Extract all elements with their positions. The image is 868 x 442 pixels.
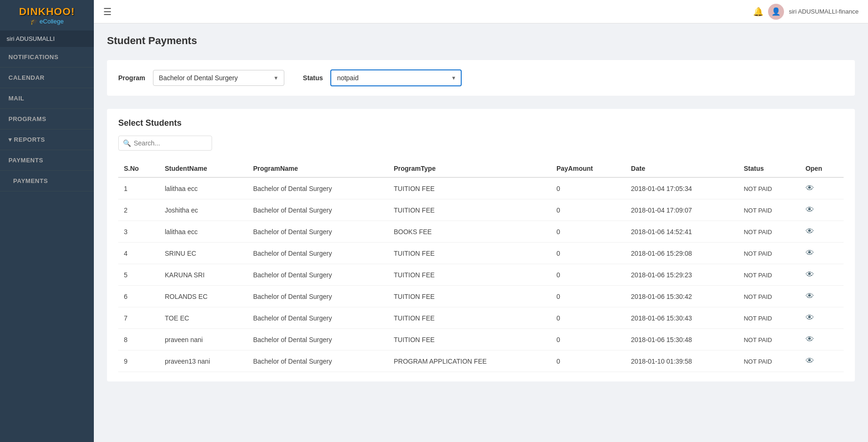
cell-type: BOOKS FEE bbox=[388, 221, 551, 243]
table-body: 1 lalithaa ecc Bachelor of Dental Surger… bbox=[118, 177, 844, 372]
col-status: Status bbox=[738, 160, 799, 177]
cell-student: praveen13 nani bbox=[159, 351, 247, 372]
cell-date: 2018-01-06 15:29:23 bbox=[625, 264, 738, 286]
col-student-name: StudentName bbox=[159, 160, 247, 177]
notification-bell-icon[interactable]: 🔔 bbox=[753, 7, 763, 17]
program-select-wrapper: Bachelor of Dental Surgery Bachelor of M… bbox=[153, 70, 284, 86]
cell-status: NOT PAID bbox=[738, 199, 799, 221]
cell-date: 2018-01-04 17:09:07 bbox=[625, 199, 738, 221]
col-date: Date bbox=[625, 160, 738, 177]
cell-status: NOT PAID bbox=[738, 329, 799, 351]
section-title: Select Students bbox=[118, 118, 844, 128]
cell-amount: 0 bbox=[551, 199, 625, 221]
cell-student: lalithaa ecc bbox=[159, 177, 247, 199]
cell-status: NOT PAID bbox=[738, 351, 799, 372]
search-box: 🔍 bbox=[118, 136, 844, 151]
filter-row: Program Bachelor of Dental Surgery Bache… bbox=[107, 60, 855, 96]
status-select[interactable]: notpaid paid all bbox=[330, 69, 462, 86]
cell-program: Bachelor of Dental Surgery bbox=[247, 264, 388, 286]
cell-amount: 0 bbox=[551, 329, 625, 351]
cell-type: TUITION FEE bbox=[388, 243, 551, 264]
cell-amount: 0 bbox=[551, 264, 625, 286]
sidebar-item-programs[interactable]: PROGRAMS bbox=[0, 109, 94, 130]
cell-sno: 6 bbox=[118, 286, 159, 307]
avatar: 👤 bbox=[768, 4, 784, 20]
cell-status: NOT PAID bbox=[738, 286, 799, 307]
cell-amount: 0 bbox=[551, 243, 625, 264]
table-row: 9 praveen13 nani Bachelor of Dental Surg… bbox=[118, 351, 844, 372]
cell-student: KARUNA SRI bbox=[159, 264, 247, 286]
cell-sno: 5 bbox=[118, 264, 159, 286]
table-header: S.No StudentName ProgramName ProgramType… bbox=[118, 160, 844, 177]
students-section: Select Students 🔍 S.No StudentName Progr… bbox=[107, 109, 855, 381]
cell-program: Bachelor of Dental Surgery bbox=[247, 221, 388, 243]
view-button[interactable]: 👁 bbox=[806, 291, 814, 301]
table-row: 6 ROLANDS EC Bachelor of Dental Surgery … bbox=[118, 286, 844, 307]
cell-sno: 1 bbox=[118, 177, 159, 199]
cell-date: 2018-01-06 15:30:48 bbox=[625, 329, 738, 351]
view-button[interactable]: 👁 bbox=[806, 227, 814, 236]
cell-sno: 3 bbox=[118, 221, 159, 243]
logo-main: DINKHOO! bbox=[19, 6, 75, 18]
status-select-wrapper: notpaid paid all bbox=[330, 69, 462, 86]
cell-open: 👁 bbox=[800, 199, 844, 221]
hamburger-icon[interactable]: ☰ bbox=[103, 6, 112, 17]
cell-type: TUITION FEE bbox=[388, 286, 551, 307]
view-button[interactable]: 👁 bbox=[806, 270, 814, 279]
table-row: 2 Joshitha ec Bachelor of Dental Surgery… bbox=[118, 199, 844, 221]
cell-type: TUITION FEE bbox=[388, 199, 551, 221]
sidebar-logo: DINKHOO! 🎓 eCollege bbox=[0, 0, 94, 30]
cell-open: 👁 bbox=[800, 243, 844, 264]
sidebar-item-notifications[interactable]: NOTIFICATIONS bbox=[0, 47, 94, 68]
cell-amount: 0 bbox=[551, 351, 625, 372]
table-row: 4 SRINU EC Bachelor of Dental Surgery TU… bbox=[118, 243, 844, 264]
col-sno: S.No bbox=[118, 160, 159, 177]
cell-program: Bachelor of Dental Surgery bbox=[247, 177, 388, 199]
sidebar-user: siri ADUSUMALLI bbox=[0, 30, 94, 47]
cell-date: 2018-01-10 01:39:58 bbox=[625, 351, 738, 372]
cell-open: 👁 bbox=[800, 351, 844, 372]
view-button[interactable]: 👁 bbox=[806, 335, 814, 344]
sidebar-item-calendar[interactable]: CALENDAR bbox=[0, 68, 94, 88]
view-button[interactable]: 👁 bbox=[806, 205, 814, 214]
cell-status: NOT PAID bbox=[738, 264, 799, 286]
table-row: 8 praveen nani Bachelor of Dental Surger… bbox=[118, 329, 844, 351]
cell-sno: 7 bbox=[118, 307, 159, 329]
sidebar: DINKHOO! 🎓 eCollege siri ADUSUMALLI NOTI… bbox=[0, 0, 94, 442]
logo-sub: 🎓 eCollege bbox=[30, 18, 63, 25]
cell-student: praveen nani bbox=[159, 329, 247, 351]
sidebar-item-reports[interactable]: ▾ REPORTS bbox=[0, 130, 94, 150]
cell-status: NOT PAID bbox=[738, 221, 799, 243]
search-input[interactable] bbox=[118, 136, 212, 151]
cell-open: 👁 bbox=[800, 307, 844, 329]
students-table: S.No StudentName ProgramName ProgramType… bbox=[118, 160, 844, 372]
cell-student: TOE EC bbox=[159, 307, 247, 329]
sidebar-item-payments2[interactable]: PAYMENTS bbox=[0, 171, 94, 191]
cell-program: Bachelor of Dental Surgery bbox=[247, 199, 388, 221]
view-button[interactable]: 👁 bbox=[806, 313, 814, 322]
sidebar-item-payments1[interactable]: PAYMENTS bbox=[0, 150, 94, 171]
col-open: Open bbox=[800, 160, 844, 177]
topbar: ☰ 🔔 👤 siri ADUSUMALLI-finance bbox=[94, 0, 868, 23]
table-row: 7 TOE EC Bachelor of Dental Surgery TUIT… bbox=[118, 307, 844, 329]
cell-type: TUITION FEE bbox=[388, 264, 551, 286]
view-button[interactable]: 👁 bbox=[806, 248, 814, 258]
cell-program: Bachelor of Dental Surgery bbox=[247, 286, 388, 307]
program-filter-group: Program Bachelor of Dental Surgery Bache… bbox=[118, 70, 284, 86]
view-button[interactable]: 👁 bbox=[806, 356, 814, 366]
cell-student: lalithaa ecc bbox=[159, 221, 247, 243]
sidebar-item-mail[interactable]: MAIL bbox=[0, 88, 94, 109]
cell-status: NOT PAID bbox=[738, 243, 799, 264]
col-program-name: ProgramName bbox=[247, 160, 388, 177]
cell-open: 👁 bbox=[800, 221, 844, 243]
cell-type: TUITION FEE bbox=[388, 329, 551, 351]
cell-date: 2018-01-06 14:52:41 bbox=[625, 221, 738, 243]
cell-program: Bachelor of Dental Surgery bbox=[247, 351, 388, 372]
cell-date: 2018-01-06 15:29:08 bbox=[625, 243, 738, 264]
search-icon: 🔍 bbox=[123, 139, 131, 147]
program-select[interactable]: Bachelor of Dental Surgery Bachelor of M… bbox=[153, 70, 284, 86]
status-label: Status bbox=[303, 74, 323, 82]
view-button[interactable]: 👁 bbox=[806, 183, 814, 193]
cell-open: 👁 bbox=[800, 264, 844, 286]
cell-type: TUITION FEE bbox=[388, 177, 551, 199]
